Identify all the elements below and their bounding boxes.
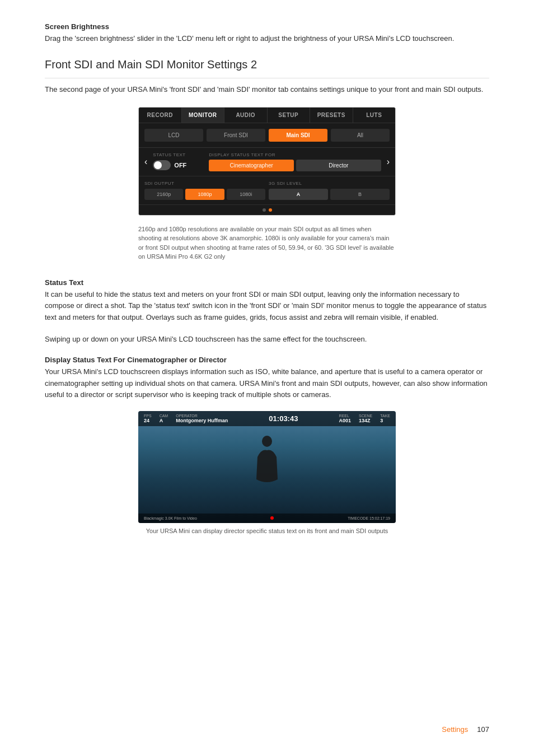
cam-value: A (160, 418, 168, 423)
footer-settings-label: Settings (442, 725, 468, 734)
toggle-label: OFF (174, 162, 186, 169)
recording-dot (270, 516, 274, 520)
sdi-opt-1080p[interactable]: 1080p (185, 189, 224, 200)
reel-label: REEL (339, 414, 352, 418)
operator-label: OPERATOR (176, 414, 228, 418)
camera-ui-caption: 2160p and 1080p resolutions are availabl… (138, 225, 396, 262)
director-image-wrapper: FPS 24 CAM A OPERATOR Montgomery Huffman… (45, 411, 489, 523)
status-text-area: STATUS TEXT OFF (153, 152, 203, 170)
director-image: FPS 24 CAM A OPERATOR Montgomery Huffman… (138, 411, 396, 523)
scene-area (138, 426, 396, 505)
director-image-caption: Your URSA Mini can display director spec… (45, 528, 489, 534)
timecode: 01:03:43 (269, 414, 298, 423)
sdi-opt-1080i[interactable]: 1080i (227, 189, 265, 200)
director-status-bar: FPS 24 CAM A OPERATOR Montgomery Huffman… (138, 411, 396, 426)
status-text-body2: Swiping up or down on your URSA Mini's L… (45, 334, 489, 346)
page-number: 107 (477, 725, 489, 734)
page-dots (139, 205, 395, 215)
operator-value: Montgomery Huffman (176, 418, 228, 423)
sub-tab-main-sdi[interactable]: Main SDI (269, 129, 327, 142)
status-opt-director[interactable]: Director (296, 160, 381, 171)
screen-brightness-body: Drag the 'screen brightness' slider in t… (45, 33, 489, 45)
dot-1 (263, 208, 266, 212)
tab-setup[interactable]: SETUP (268, 108, 311, 123)
scene-label: SCENE (359, 414, 372, 418)
right-arrow[interactable]: › (385, 157, 392, 167)
director-status-left: FPS 24 CAM A OPERATOR Montgomery Huffman (144, 414, 228, 423)
main-tab-bar: RECORD MONITOR AUDIO SETUP PRESETS LUTS (139, 108, 395, 123)
status-text-label: STATUS TEXT (153, 152, 203, 157)
sdi-opt-2160p[interactable]: 2160p (144, 189, 183, 200)
scene-item: SCENE 134Z (359, 414, 372, 423)
scene-value: 134Z (359, 418, 372, 423)
screen-brightness-heading: Screen Brightness (45, 22, 489, 31)
cam-item: CAM A (160, 414, 168, 423)
operator-item: OPERATOR Montgomery Huffman (176, 414, 228, 423)
tab-luts[interactable]: LUTS (353, 108, 396, 123)
display-status-area: DISPLAY STATUS TEXT FOR Cinematographer … (209, 152, 381, 171)
page-footer: Settings 107 (442, 725, 489, 734)
sdi-3g-opt-b[interactable]: B (330, 189, 390, 200)
fps-value: 24 (144, 418, 152, 423)
tab-monitor[interactable]: MONITOR (182, 108, 225, 123)
sdi-3g-options: A B (269, 189, 390, 200)
status-section: STATUS TEXT OFF DISPLAY STATUS TEXT FOR (153, 152, 381, 171)
sdi-3g-label: 3G SDI LEVEL (269, 181, 390, 186)
sdi-output-label: SDI OUTPUT (144, 181, 265, 186)
dot-2 (269, 208, 272, 212)
status-text-body: It can be useful to hide the status text… (45, 289, 489, 324)
sub-tab-all[interactable]: All (331, 129, 390, 142)
status-text-section: Status Text It can be useful to hide the… (45, 278, 489, 346)
status-opt-cinematographer[interactable]: Cinematographer (209, 160, 294, 171)
sdi-3g-opt-a[interactable]: A (269, 189, 328, 200)
sdi-options: 2160p 1080p 1080i (144, 189, 265, 200)
tab-record[interactable]: RECORD (139, 108, 182, 123)
display-status-heading: Display Status Text For Cinematographer … (45, 356, 489, 364)
camera-ui: RECORD MONITOR AUDIO SETUP PRESETS LUTS … (138, 107, 396, 216)
toggle-area: OFF (153, 160, 203, 170)
front-sdi-heading: Front SDI and Main SDI Monitor Settings … (45, 58, 489, 71)
fps-item: FPS 24 (144, 414, 152, 423)
tab-audio[interactable]: AUDIO (224, 108, 268, 123)
status-text-heading: Status Text (45, 278, 489, 287)
cam-label: CAM (160, 414, 168, 418)
bottom-right-text: TIMECODE 15:02:17:19 (348, 516, 390, 520)
status-toggle[interactable] (153, 160, 171, 170)
sdi-output-section: SDI OUTPUT 2160p 1080p 1080i (144, 181, 265, 200)
sub-tab-front-sdi[interactable]: Front SDI (207, 129, 265, 142)
take-value: 3 (380, 418, 390, 423)
status-nav-row: ‹ STATUS TEXT OFF (139, 148, 395, 176)
display-status-body: Your URSA Mini's LCD touchscreen display… (45, 366, 489, 401)
reel-item: REEL A001 (339, 414, 352, 423)
sdi-output-row: SDI OUTPUT 2160p 1080p 1080i 3G SDI LEVE… (139, 176, 395, 205)
tab-presets[interactable]: PRESETS (310, 108, 353, 123)
director-bottom-bar: Blackmagic 3.0K Film to Video TIMECODE 1… (138, 514, 396, 523)
person-silhouette (253, 435, 281, 485)
display-status-label: DISPLAY STATUS TEXT FOR (209, 152, 381, 157)
display-status-section: Display Status Text For Cinematographer … (45, 356, 489, 401)
left-arrow[interactable]: ‹ (142, 157, 149, 167)
sdi-3g-section: 3G SDI LEVEL A B (269, 181, 390, 200)
status-options: Cinematographer Director (209, 160, 381, 171)
reel-value: A001 (339, 418, 352, 423)
toggle-knob (154, 161, 162, 169)
director-status-right: REEL A001 SCENE 134Z TAKE 3 (339, 414, 390, 423)
take-item: TAKE 3 (380, 414, 390, 423)
recording-indicator (268, 516, 276, 521)
take-label: TAKE (380, 414, 390, 418)
svg-point-0 (262, 436, 272, 447)
bottom-left-text: Blackmagic 3.0K Film to Video (144, 516, 197, 520)
front-sdi-intro: The second page of your URSA Mini's 'fro… (45, 84, 489, 96)
sub-tab-bar: LCD Front SDI Main SDI All (139, 123, 395, 148)
camera-ui-mockup: RECORD MONITOR AUDIO SETUP PRESETS LUTS … (45, 107, 489, 216)
fps-label: FPS (144, 414, 152, 418)
sub-tab-lcd[interactable]: LCD (144, 129, 203, 142)
